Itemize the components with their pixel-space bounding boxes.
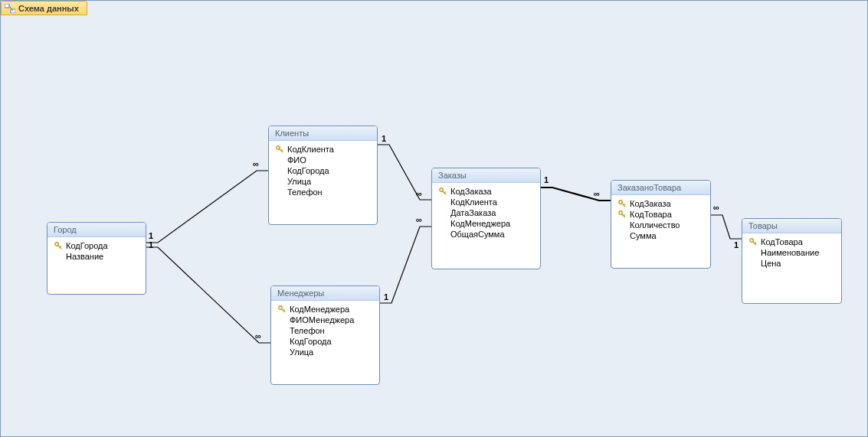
- field-name: Наименование: [761, 248, 819, 257]
- table-zakazy[interactable]: Заказы КодЗаказаКодКлиентаДатаЗаказаКодМ…: [431, 168, 541, 269]
- field-row[interactable]: Телефон: [274, 325, 376, 336]
- table-body: КодКлиентаФИОКодГородаУлицаТелефон: [269, 141, 377, 205]
- field-name: КодЗаказа: [630, 199, 671, 208]
- table-title[interactable]: Клиенты: [269, 126, 377, 141]
- field-row[interactable]: Улица: [274, 347, 376, 357]
- field-name: Телефон: [290, 326, 325, 335]
- table-menedzhery[interactable]: Менеджеры КодМенеджераФИОМенеджераТелефо…: [270, 285, 380, 385]
- cardinality-one: 1: [149, 240, 153, 249]
- cardinality-one: 1: [149, 231, 153, 240]
- tab-label: Схема данных: [18, 4, 79, 13]
- svg-rect-0: [5, 4, 9, 8]
- field-row[interactable]: ФИО: [272, 155, 374, 165]
- field-row[interactable]: КодКлиента: [272, 144, 374, 155]
- field-row[interactable]: Телефон: [272, 187, 374, 197]
- field-name: КодКлиента: [450, 197, 497, 207]
- field-row[interactable]: Название: [51, 251, 142, 262]
- svg-line-20: [624, 215, 625, 217]
- primary-key-icon: [438, 188, 447, 195]
- field-row[interactable]: Цена: [745, 258, 838, 269]
- table-body: КодГородаНазвание: [47, 237, 146, 269]
- field-name: Улица: [290, 347, 313, 357]
- table-klienty[interactable]: Клиенты КодКлиентаФИОКодГородаУлицаТелеф…: [268, 126, 378, 225]
- field-name: КодЗаказа: [450, 187, 492, 196]
- svg-line-23: [755, 243, 756, 244]
- field-name: ФИОМенеджера: [290, 315, 354, 324]
- field-name: ДатаЗаказа: [450, 208, 496, 217]
- field-name: Колличество: [630, 220, 680, 230]
- table-body: КодМенеджераФИОМенеджераТелефонКодГорода…: [271, 301, 379, 365]
- field-row[interactable]: ФИОМенеджера: [274, 315, 376, 325]
- field-row[interactable]: КодГорода: [272, 165, 374, 176]
- field-name: Цена: [761, 259, 781, 268]
- field-row[interactable]: Колличество: [614, 220, 707, 230]
- cardinality-many: ∞: [255, 331, 260, 341]
- cardinality-many: ∞: [594, 189, 599, 198]
- field-name: КодГорода: [290, 337, 332, 346]
- field-name: Сумма: [630, 231, 657, 240]
- field-name: КодТовара: [630, 210, 672, 219]
- field-name: КодГорода: [287, 166, 329, 175]
- field-row[interactable]: Улица: [272, 176, 374, 187]
- svg-line-8: [281, 150, 283, 152]
- table-tovary[interactable]: Товары КодТовараНаименованиеЦена: [742, 218, 842, 304]
- field-name: КодГорода: [66, 241, 108, 250]
- tab-schema[interactable]: Схема данных: [1, 1, 87, 15]
- svg-line-11: [283, 310, 285, 311]
- field-name: КодМенеджера: [450, 219, 510, 228]
- field-row[interactable]: КодМенеджера: [435, 218, 537, 229]
- table-gorod[interactable]: Город КодГородаНазвание: [47, 222, 146, 295]
- field-row[interactable]: КодТовара: [745, 236, 838, 247]
- field-row[interactable]: ОбщаяСумма: [435, 229, 537, 240]
- table-zakazano[interactable]: ЗаказаноТовара КодЗаказаКодТовараКолличе…: [611, 180, 711, 269]
- svg-line-14: [444, 192, 446, 194]
- primary-key-icon: [617, 210, 627, 218]
- table-title[interactable]: ЗаказаноТовара: [611, 181, 710, 195]
- table-body: КодЗаказаКодТовараКолличествоСумма: [611, 195, 710, 249]
- table-title[interactable]: Заказы: [432, 168, 540, 183]
- field-name: ФИО: [287, 155, 306, 165]
- field-row[interactable]: Сумма: [614, 230, 707, 241]
- cardinality-many: ∞: [416, 189, 421, 198]
- cardinality-one: 1: [734, 240, 739, 249]
- table-body: КодЗаказаКодКлиентаДатаЗаказаКодМенеджер…: [432, 183, 540, 247]
- field-name: Название: [66, 252, 103, 261]
- field-row[interactable]: ДатаЗаказа: [435, 207, 537, 218]
- relationships-canvas[interactable]: Схема данных 1 ∞ 1 ∞ 1 ∞ 1 ∞ 1 ∞ 1 ∞ Гор…: [0, 0, 868, 437]
- field-name: Телефон: [287, 188, 323, 197]
- field-name: Улица: [287, 177, 311, 186]
- cardinality-many: ∞: [713, 203, 719, 212]
- cardinality-many: ∞: [253, 159, 258, 168]
- field-name: КодМенеджера: [290, 305, 349, 314]
- cardinality-one: 1: [544, 175, 549, 184]
- field-name: ОбщаяСумма: [450, 230, 505, 239]
- field-row[interactable]: КодМенеджера: [274, 304, 376, 315]
- primary-key-icon: [748, 238, 758, 246]
- svg-line-17: [624, 204, 625, 206]
- cardinality-one: 1: [382, 134, 386, 143]
- primary-key-icon: [617, 200, 627, 207]
- primary-key-icon: [277, 305, 287, 313]
- primary-key-icon: [54, 242, 63, 249]
- table-title[interactable]: Город: [47, 223, 146, 237]
- field-row[interactable]: КодГорода: [51, 240, 142, 251]
- table-title[interactable]: Менеджеры: [271, 286, 379, 301]
- cardinality-one: 1: [384, 292, 388, 302]
- primary-key-icon: [275, 145, 284, 153]
- svg-line-5: [60, 246, 61, 248]
- cardinality-many: ∞: [416, 215, 421, 224]
- table-body: КодТовараНаименованиеЦена: [742, 233, 841, 276]
- field-row[interactable]: Наименование: [745, 247, 838, 258]
- field-name: КодКлиента: [287, 145, 334, 154]
- field-row[interactable]: КодКлиента: [435, 197, 537, 207]
- table-title[interactable]: Товары: [742, 219, 841, 233]
- field-row[interactable]: КодЗаказа: [614, 198, 707, 209]
- field-row[interactable]: КодТовара: [614, 209, 707, 220]
- field-row[interactable]: КодЗаказа: [435, 186, 537, 197]
- field-row[interactable]: КодГорода: [274, 336, 376, 347]
- field-name: КодТовара: [761, 237, 803, 246]
- relationships-icon: [5, 4, 15, 13]
